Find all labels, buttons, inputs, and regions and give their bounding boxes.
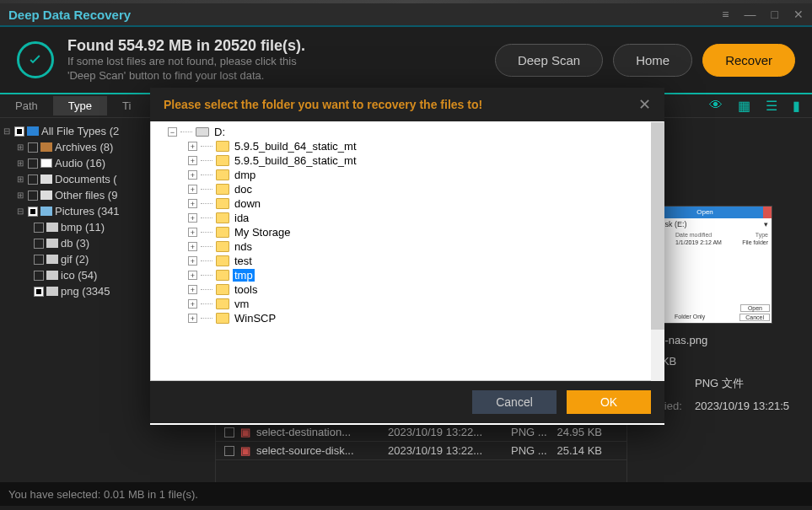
folder-icon xyxy=(216,169,229,180)
folder-item[interactable]: +test xyxy=(159,254,655,268)
folder-label[interactable]: test xyxy=(233,255,254,267)
drive-icon xyxy=(196,127,209,137)
ok-button[interactable]: OK xyxy=(567,390,651,414)
folder-icon xyxy=(216,227,229,238)
tree-root[interactable]: All File Types (2 xyxy=(41,125,119,137)
tree-png[interactable]: png (3345 xyxy=(61,285,110,298)
folder-item[interactable]: +doc xyxy=(159,182,655,196)
folder-select-dialog: Please select the folder you want to rec… xyxy=(150,88,664,425)
tree-audio[interactable]: Audio (16) xyxy=(55,157,105,169)
folder-icon xyxy=(216,184,229,195)
deep-scan-button[interactable]: Deep Scan xyxy=(495,44,603,77)
maximize-icon[interactable]: □ xyxy=(772,8,778,21)
folder-icon xyxy=(216,313,229,324)
detail-icon[interactable]: ▮ xyxy=(793,98,800,114)
folder-label[interactable]: ida xyxy=(233,212,250,224)
folder-item[interactable]: +5.9.5_build_64_static_mt xyxy=(159,139,655,153)
expand-icon[interactable]: + xyxy=(188,256,197,266)
tree-pictures[interactable]: Pictures (341 xyxy=(55,205,120,217)
folder-label[interactable]: 5.9.5_build_86_static_mt xyxy=(233,154,358,167)
tab-path[interactable]: Path xyxy=(0,96,53,115)
expand-icon[interactable]: + xyxy=(188,213,197,223)
tree-archives[interactable]: Archives (8) xyxy=(55,141,113,153)
dialog-title: Please select the folder you want to rec… xyxy=(164,98,482,111)
tree-gif[interactable]: gif (2) xyxy=(61,253,89,266)
found-subtitle-2: 'Deep Scan' button to find your lost dat… xyxy=(67,69,495,83)
folder-icon xyxy=(216,155,229,166)
app-title: Deep Data Recovery xyxy=(8,8,131,22)
dialog-close-icon[interactable]: ✕ xyxy=(638,95,651,114)
tree-ico[interactable]: ico (54) xyxy=(61,269,97,282)
expand-icon[interactable]: + xyxy=(188,242,197,251)
tree-documents[interactable]: Documents ( xyxy=(55,173,117,185)
expand-icon[interactable]: + xyxy=(188,299,197,309)
tab-type[interactable]: Type xyxy=(53,96,107,115)
dialog-scrollbar[interactable] xyxy=(651,122,664,381)
folder-label[interactable]: vm xyxy=(233,298,250,310)
status-bar: You have selected: 0.01 MB in 1 file(s). xyxy=(0,482,812,506)
folder-icon xyxy=(216,241,229,252)
detail-type: PNG 文件 xyxy=(695,376,744,391)
folder-label[interactable]: My Storage xyxy=(233,226,292,239)
recover-button[interactable]: Recover xyxy=(702,44,795,77)
folder-item[interactable]: +dmp xyxy=(159,168,655,182)
folder-label[interactable]: tmp xyxy=(233,269,255,282)
list-icon[interactable]: ☰ xyxy=(766,98,777,114)
folder-item[interactable]: +WinSCP xyxy=(159,311,655,325)
status-check-icon xyxy=(17,41,54,78)
folder-label[interactable]: tools xyxy=(233,283,259,296)
expand-icon[interactable]: + xyxy=(188,156,197,165)
found-subtitle-1: If some lost files are not found, please… xyxy=(67,55,495,69)
file-table: ▣ select-destination... 2023/10/19 13:22… xyxy=(216,423,626,460)
folder-icon xyxy=(216,141,229,152)
table-row[interactable]: ▣ select-source-disk... 2023/10/19 13:22… xyxy=(216,442,626,460)
folder-label[interactable]: doc xyxy=(233,183,254,196)
folder-icon xyxy=(216,198,229,209)
tab-time[interactable]: Ti xyxy=(107,96,146,115)
tree-bmp[interactable]: bmp (11) xyxy=(61,221,105,234)
folder-icon xyxy=(216,284,229,295)
preview-icon[interactable]: 👁 xyxy=(709,98,723,114)
minimize-icon[interactable]: — xyxy=(745,8,756,21)
tree-db[interactable]: db (3) xyxy=(61,237,89,250)
detail-modified: 2023/10/19 13:21:5 xyxy=(695,400,789,412)
expand-icon[interactable]: + xyxy=(188,170,197,180)
menu-icon[interactable]: ≡ xyxy=(722,8,729,21)
folder-item[interactable]: +tmp xyxy=(159,268,655,282)
folder-item[interactable]: +ida xyxy=(159,211,655,225)
folder-icon xyxy=(216,270,229,281)
folder-item[interactable]: +My Storage xyxy=(159,225,655,239)
folder-label[interactable]: nds xyxy=(233,240,254,253)
expand-icon[interactable]: + xyxy=(188,314,197,323)
found-title: Found 554.92 MB in 20520 file(s). xyxy=(67,37,495,55)
expand-icon[interactable]: − xyxy=(168,127,177,137)
home-button[interactable]: Home xyxy=(613,44,692,77)
folder-item[interactable]: +nds xyxy=(159,239,655,254)
expand-icon[interactable]: + xyxy=(188,142,197,151)
expand-icon[interactable]: + xyxy=(188,228,197,237)
tree-other[interactable]: Other files (9 xyxy=(55,189,117,201)
folder-item[interactable]: +5.9.5_build_86_static_mt xyxy=(159,153,655,168)
grid-icon[interactable]: ▦ xyxy=(738,98,750,114)
expand-icon[interactable]: + xyxy=(188,271,197,280)
folder-label[interactable]: 5.9.5_build_64_static_mt xyxy=(233,140,358,153)
close-icon[interactable]: ✕ xyxy=(793,8,804,21)
cancel-button[interactable]: Cancel xyxy=(472,390,557,414)
folder-icon xyxy=(216,212,229,223)
folder-label[interactable]: WinSCP xyxy=(233,312,277,325)
drive-label[interactable]: D: xyxy=(212,126,227,138)
folder-icon xyxy=(216,255,229,266)
folder-label[interactable]: down xyxy=(233,197,262,210)
expand-icon[interactable]: + xyxy=(188,285,197,294)
expand-icon[interactable]: + xyxy=(188,199,197,208)
expand-icon[interactable]: + xyxy=(188,185,197,194)
folder-icon xyxy=(216,298,229,309)
folder-item[interactable]: +down xyxy=(159,196,655,211)
folder-item[interactable]: +vm xyxy=(159,297,655,311)
table-row[interactable]: ▣ select-destination... 2023/10/19 13:22… xyxy=(216,423,626,442)
folder-item[interactable]: +tools xyxy=(159,282,655,297)
folder-label[interactable]: dmp xyxy=(233,169,257,181)
